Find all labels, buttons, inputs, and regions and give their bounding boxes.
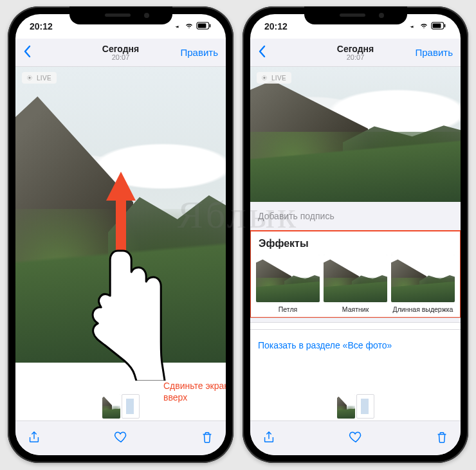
thumbnail[interactable]	[337, 394, 355, 419]
airplane-mode-icon	[174, 21, 182, 32]
screen-right: 20:12 Сегодня	[250, 14, 461, 455]
live-label: LIVE	[271, 75, 286, 82]
effect-long-exposure[interactable]: Длинная выдержка	[391, 255, 455, 313]
effect-bounce[interactable]: Маятник	[324, 255, 387, 313]
svg-point-3	[28, 77, 31, 79]
add-caption-field[interactable]: Добавить подпись	[250, 202, 461, 231]
thumbnail[interactable]	[102, 394, 120, 419]
delete-button[interactable]	[435, 430, 449, 447]
swipe-hint-text: Сдвиньте экран вверх	[163, 381, 226, 403]
live-badge: LIVE	[257, 72, 291, 84]
live-icon	[261, 74, 268, 82]
heart-icon	[114, 430, 128, 444]
iphone-frame-left: 20:12 Сегодня	[8, 6, 233, 463]
status-time: 20:12	[30, 21, 53, 32]
favorite-button[interactable]	[349, 430, 363, 447]
effects-heading: Эффекты	[259, 238, 452, 249]
show-in-all-photos-link[interactable]: Показать в разделе «Все фото»	[250, 329, 461, 361]
edit-button[interactable]: Править	[181, 47, 219, 58]
share-icon	[27, 430, 41, 444]
device-notch	[304, 6, 407, 24]
effect-label: Маятник	[342, 305, 369, 313]
effect-label: Петля	[279, 305, 297, 313]
live-badge: LIVE	[22, 72, 57, 84]
thumbnail[interactable]	[356, 394, 374, 419]
toolbar	[15, 420, 226, 455]
airplane-mode-icon	[409, 21, 417, 32]
svg-rect-6	[433, 24, 441, 28]
svg-rect-1	[198, 24, 206, 28]
live-photo[interactable]	[250, 67, 461, 202]
status-time: 20:12	[264, 21, 288, 32]
trash-icon	[435, 430, 449, 444]
hand-annotation	[71, 239, 174, 383]
iphone-frame-right: 20:12 Сегодня	[243, 6, 468, 463]
thumbnail[interactable]	[122, 394, 140, 419]
section-spacer	[250, 318, 461, 323]
nav-bar: Сегодня 20:07 Править	[250, 39, 461, 67]
edit-button[interactable]: Править	[416, 47, 453, 58]
live-icon	[26, 74, 33, 82]
share-button[interactable]	[27, 430, 41, 447]
wifi-icon	[185, 21, 193, 32]
wifi-icon	[420, 21, 428, 32]
svg-rect-7	[444, 24, 446, 27]
effect-label: Длинная выдержка	[393, 305, 453, 313]
battery-icon	[196, 21, 212, 32]
screen-left: 20:12 Сегодня	[15, 14, 226, 455]
favorite-button[interactable]	[114, 430, 128, 447]
share-icon	[262, 430, 276, 444]
thumbnail-strip[interactable]	[250, 392, 461, 420]
share-button[interactable]	[262, 430, 276, 447]
live-label: LIVE	[37, 75, 51, 82]
status-icons	[409, 21, 446, 32]
effects-panel: Эффекты Петля Маятник Длинная выдержк	[250, 230, 461, 318]
effect-loop[interactable]: Петля	[256, 255, 320, 313]
back-button[interactable]	[23, 45, 31, 60]
photo-details-sheet[interactable]: LIVE Добавить подпись Эффекты Петля Маят…	[250, 67, 461, 420]
battery-icon	[431, 21, 446, 32]
toolbar	[250, 420, 461, 455]
svg-point-8	[263, 77, 266, 79]
delete-button[interactable]	[200, 430, 214, 447]
svg-rect-2	[210, 24, 211, 27]
trash-icon	[200, 430, 214, 444]
status-icons	[174, 21, 212, 32]
device-notch	[69, 6, 172, 24]
nav-bar: Сегодня 20:07 Править	[15, 39, 226, 67]
back-button[interactable]	[258, 45, 266, 60]
heart-icon	[349, 430, 363, 444]
